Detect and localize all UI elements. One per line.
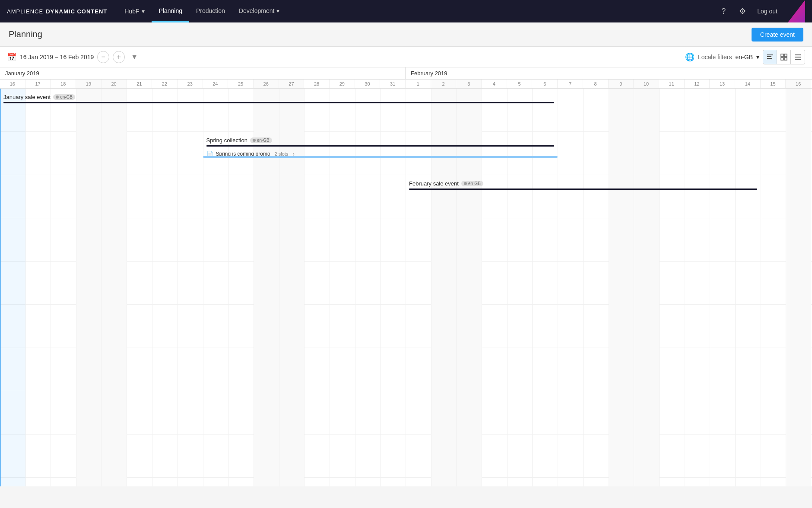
day-header-feb-2: 2 [431,80,457,88]
locale-value: en-GB [736,54,753,61]
event-bar[interactable]: January sale eventen-GB [0,92,558,103]
event-bar-line [206,145,555,147]
svg-rect-8 [795,57,801,58]
calendar-container: January 2019February 2019 16171819202122… [0,67,812,486]
decrease-range-button[interactable]: − [97,51,109,63]
event-bar-line [3,102,554,103]
locale-dropdown-button[interactable]: ▾ [756,54,759,61]
calendar-toolbar: 📅 16 Jan 2019 – 16 Feb 2019 − + ▼ 🌐 Loca… [0,47,812,67]
day-header-jan-22: 22 [152,80,178,88]
month-header-feb: February 2019 [406,67,811,79]
calendar-icon: 📅 [7,52,16,62]
view-list-button[interactable] [791,50,805,64]
day-header-feb-3: 3 [456,80,482,88]
day-header-jan-26: 26 [254,80,279,88]
toolbar-right: 🌐 Locale filters en-GB ▾ [685,50,805,64]
event-label: February sale event [409,180,459,187]
month-header-jan: January 2019 [0,67,406,79]
nav-hub-arrow: ▾ [142,8,145,15]
brand-dynamic: DYNAMIC CONTENT [46,8,107,15]
day-header-feb-4: 4 [482,80,507,88]
day-header-feb-14: 14 [735,80,761,88]
day-header-feb-12: 12 [685,80,710,88]
event-bar[interactable]: February sale eventen-GB [406,179,761,190]
svg-rect-0 [767,54,773,55]
day-header-jan-21: 21 [127,80,152,88]
date-range-label: 16 Jan 2019 – 16 Feb 2019 [20,54,94,61]
day-header-jan-17: 17 [25,80,51,88]
child-event-label: Spring is coming promo [216,151,270,157]
day-header-feb-6: 6 [532,80,558,88]
child-event-slots: 2 slots [275,151,289,157]
svg-rect-9 [795,59,801,60]
help-button[interactable]: ? [716,3,731,19]
create-event-button[interactable]: Create event [752,28,803,42]
day-header-jan-27: 27 [279,80,304,88]
nav-production-label: Production [196,7,225,14]
svg-rect-1 [767,56,771,57]
day-header-feb-1: 1 [406,80,431,88]
day-header-feb-7: 7 [558,80,583,88]
day-header-feb-13: 13 [710,80,735,88]
view-grid-button[interactable] [777,50,791,64]
event-label: Spring collection [206,137,247,144]
day-header-jan-25: 25 [228,80,254,88]
svg-rect-5 [781,58,783,60]
event-label: January sale event [3,94,51,100]
day-header-jan-29: 29 [330,80,355,88]
calendar-grid: January sale eventen-GBSpring collection… [0,89,812,486]
day-header-jan-24: 24 [203,80,228,88]
day-header-jan-30: 30 [355,80,381,88]
nav-item-production[interactable]: Production [189,0,232,22]
increase-range-button[interactable]: + [113,51,125,63]
toolbar-left: 📅 16 Jan 2019 – 16 Feb 2019 − + ▼ [7,51,140,63]
child-event-expand-icon[interactable]: › [292,150,295,157]
child-event-spring-promo[interactable]: 📄Spring is coming promo2 slots› [203,149,558,159]
svg-rect-3 [781,54,783,57]
locale-globe-icon: 🌐 [685,52,695,62]
event-bar[interactable]: Spring collectionen-GB [203,135,558,147]
day-header-jan-18: 18 [51,80,76,88]
view-timeline-button[interactable] [763,50,777,64]
day-header-feb-16: 16 [786,80,811,88]
svg-rect-4 [784,54,787,57]
nav-hub[interactable]: HubF ▾ [117,0,152,22]
nav-development-arrow: ▾ [276,7,279,14]
day-header-jan-20: 20 [102,80,127,88]
locale-badge: en-GB [53,94,75,100]
nav-development-label: Development [239,7,275,14]
event-bar-line [409,189,757,190]
day-header-feb-9: 9 [609,80,634,88]
filter-button[interactable]: ▼ [128,51,140,63]
day-header-jan-16: 16 [0,80,25,88]
svg-rect-7 [795,54,801,55]
month-headers: January 2019February 2019 [0,67,812,80]
day-header-feb-5: 5 [507,80,533,88]
nav-hub-label: HubF [124,8,139,15]
top-navigation: AMPLIENCE DYNAMIC CONTENT HubF ▾ Plannin… [0,0,812,22]
svg-rect-6 [784,58,787,60]
nav-item-planning[interactable]: Planning [152,0,189,22]
logout-button[interactable]: Log out [754,8,781,15]
day-header-feb-11: 11 [659,80,685,88]
nav-right-actions: ? ⚙ Log out [716,0,805,22]
day-header-jan-23: 23 [178,80,203,88]
day-headers: 1617181920212223242526272829303112345678… [0,80,812,89]
child-event-icon: 📄 [206,151,213,157]
brand-amplience: AMPLIENCE [7,8,43,15]
svg-rect-2 [767,58,772,59]
nav-item-development[interactable]: Development ▾ [232,0,287,22]
day-header-feb-10: 10 [634,80,659,88]
locale-badge: en-GB [250,137,272,143]
settings-button[interactable]: ⚙ [735,3,750,19]
day-header-jan-31: 31 [380,80,406,88]
page-title: Planning [9,29,42,39]
day-header-feb-8: 8 [583,80,609,88]
brand-logo: AMPLIENCE DYNAMIC CONTENT [7,8,107,15]
locale-badge: en-GB [461,181,483,186]
nav-planning-label: Planning [159,7,182,14]
locale-filters-label: Locale filters [698,54,732,61]
day-header-feb-15: 15 [761,80,786,88]
brand-corner [788,0,805,22]
day-header-jan-28: 28 [304,80,330,88]
